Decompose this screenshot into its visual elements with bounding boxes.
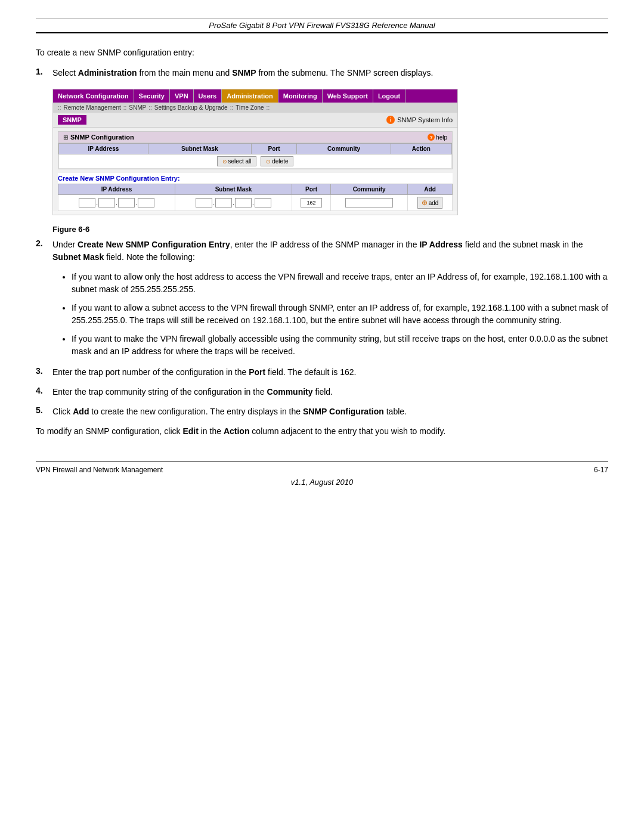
- sub-nav-remote[interactable]: Remote Management: [64, 104, 121, 111]
- config-title: ⊞ SNMP Configuration: [63, 134, 134, 141]
- subnet-field-group: . . .: [196, 198, 271, 208]
- step-1: 1. Select Administration from the main m…: [36, 67, 608, 79]
- community-cell: [331, 195, 408, 211]
- create-title: Create New SNMP Configuration Entry:: [58, 173, 453, 184]
- create-th-ip: IP Address: [58, 184, 175, 195]
- create-input-row: . . .: [58, 195, 453, 211]
- table-header-row: IP Address Subnet Mask Port Community Ac…: [59, 144, 452, 154]
- delete-icon: ⊙: [266, 159, 271, 165]
- footer-right: 6-17: [594, 466, 608, 474]
- step-1-content: Select Administration from the main menu…: [52, 67, 608, 79]
- nav-bar: Network Configuration Security VPN Users…: [53, 89, 457, 103]
- nav-administration[interactable]: Administration: [222, 89, 278, 103]
- screenshot: Network Configuration Security VPN Users…: [52, 89, 458, 215]
- ip-octet-2[interactable]: [98, 198, 115, 208]
- intro-text: To create a new SNMP configuration entry…: [36, 48, 608, 57]
- snmp-system-info-label: SNMP System Info: [397, 116, 453, 123]
- nav-web-support[interactable]: Web Support: [323, 89, 373, 103]
- action-buttons-row-tr: ⊙ select all ⊙ delete: [59, 154, 452, 169]
- sub-nav-timezone[interactable]: Time Zone: [236, 104, 264, 111]
- th-subnet: Subnet Mask: [148, 144, 251, 154]
- subnet-octet-1[interactable]: [196, 198, 212, 208]
- footer-rule: [36, 462, 608, 462]
- nav-security[interactable]: Security: [134, 89, 170, 103]
- config-table: IP Address Subnet Mask Port Community Ac…: [58, 143, 452, 169]
- snmp-header-row: SNMP i SNMP System Info: [53, 113, 457, 128]
- select-icon: ⊙: [222, 159, 227, 165]
- help-link[interactable]: ? help: [428, 134, 447, 141]
- config-section: ⊞ SNMP Configuration ? help IP Address S…: [58, 131, 453, 169]
- help-icon: ?: [428, 134, 435, 141]
- create-th-add: Add: [408, 184, 453, 195]
- nav-users[interactable]: Users: [194, 89, 222, 103]
- sub-nav-settings[interactable]: Settings Backup & Upgrade: [154, 104, 228, 111]
- doc-title: ProSafe Gigabit 8 Port VPN Firewall FVS3…: [36, 21, 608, 30]
- action-buttons-cell: ⊙ select all ⊙ delete: [59, 154, 452, 169]
- grid-icon: ⊞: [63, 134, 68, 141]
- step-3-number: 3.: [36, 366, 48, 379]
- footer-center: v1.1, August 2010: [36, 478, 608, 487]
- ip-octet-4[interactable]: [138, 198, 154, 208]
- th-ip: IP Address: [59, 144, 148, 154]
- step-2-content: Under Create New SNMP Configuration Entr…: [52, 239, 608, 264]
- port-cell: [292, 195, 331, 211]
- sub-nav: :: Remote Management :: SNMP :: Settings…: [53, 103, 457, 113]
- step-2: 2. Under Create New SNMP Configuration E…: [36, 239, 608, 264]
- modify-paragraph: To modify an SNMP configuration, click E…: [36, 425, 608, 438]
- select-all-button[interactable]: ⊙ select all: [217, 156, 257, 166]
- create-th-subnet: Subnet Mask: [175, 184, 292, 195]
- step-4-number: 4.: [36, 386, 48, 398]
- add-button[interactable]: ⊕ add: [417, 197, 443, 209]
- nav-monitoring[interactable]: Monitoring: [278, 89, 323, 103]
- ip-octet-3[interactable]: [118, 198, 135, 208]
- nav-network-config[interactable]: Network Configuration: [53, 89, 134, 103]
- step-3-content: Enter the trap port number of the config…: [52, 366, 608, 379]
- step-4-content: Enter the trap community string of the c…: [52, 386, 608, 398]
- create-table: IP Address Subnet Mask Port Community Ad…: [58, 184, 453, 211]
- subnet-octet-3[interactable]: [235, 198, 252, 208]
- th-port: Port: [251, 144, 296, 154]
- snmp-system-info[interactable]: i SNMP System Info: [386, 116, 453, 124]
- th-community: Community: [297, 144, 391, 154]
- delete-button[interactable]: ⊙ delete: [261, 156, 293, 166]
- step-5-number: 5.: [36, 405, 48, 418]
- add-icon: ⊕: [422, 199, 428, 207]
- step-4: 4. Enter the trap community string of th…: [36, 386, 608, 398]
- nav-vpn[interactable]: VPN: [170, 89, 194, 103]
- port-field[interactable]: [301, 198, 322, 208]
- step-5-content: Click Add to create the new configuratio…: [52, 405, 608, 418]
- bullet-1: If you want to allow only the host addre…: [72, 271, 608, 296]
- footer-row: VPN Firewall and Network Management 6-17: [36, 466, 608, 474]
- th-action: Action: [391, 144, 451, 154]
- create-header-row: IP Address Subnet Mask Port Community Ad…: [58, 184, 453, 195]
- sub-nav-snmp[interactable]: SNMP: [129, 104, 146, 111]
- info-icon: i: [386, 116, 395, 124]
- add-cell: ⊕ add: [408, 195, 453, 211]
- snmp-badge: SNMP: [58, 115, 86, 125]
- ip-address-cell: . . .: [58, 195, 175, 211]
- ip-octet-1[interactable]: [79, 198, 95, 208]
- subnet-octet-2[interactable]: [215, 198, 232, 208]
- step-3: 3. Enter the trap port number of the con…: [36, 366, 608, 379]
- config-title-row: ⊞ SNMP Configuration ? help: [58, 132, 452, 143]
- step-5: 5. Click Add to create the new configura…: [36, 405, 608, 418]
- community-field[interactable]: [345, 198, 393, 208]
- ip-address-field-group: . . .: [79, 198, 154, 208]
- create-section: Create New SNMP Configuration Entry: IP …: [58, 173, 453, 211]
- bullet-3: If you want to make the VPN firewall glo…: [72, 333, 608, 358]
- step-1-number: 1.: [36, 67, 48, 79]
- subnet-octet-4[interactable]: [255, 198, 271, 208]
- bullet-2: If you want to allow a subnet access to …: [72, 302, 608, 327]
- nav-logout[interactable]: Logout: [373, 89, 405, 103]
- step-2-number: 2.: [36, 239, 48, 264]
- create-th-port: Port: [292, 184, 331, 195]
- figure-caption: Figure 6-6: [52, 225, 608, 234]
- footer-left: VPN Firewall and Network Management: [36, 466, 163, 474]
- bullet-list: If you want to allow only the host addre…: [72, 271, 608, 358]
- subnet-mask-cell: . . .: [175, 195, 292, 211]
- create-th-community: Community: [331, 184, 408, 195]
